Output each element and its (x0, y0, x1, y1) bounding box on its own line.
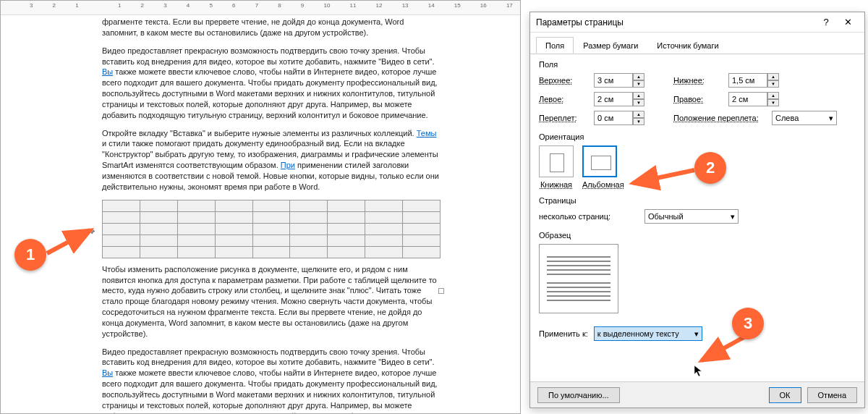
table-resize-handle-icon[interactable] (438, 288, 444, 294)
help-button[interactable]: ? (815, 14, 837, 30)
chevron-down-icon: ▾ (731, 212, 735, 221)
margins-header: Поля (539, 60, 856, 69)
paragraph[interactable]: Видео предоставляет прекрасную возможнос… (102, 347, 441, 414)
dialog-footer: По умолчанию... ОК Отмена (530, 381, 864, 407)
dialog-titlebar[interactable]: Параметры страницы ? ✕ (530, 12, 864, 33)
spin-down-icon[interactable]: ▼ (633, 99, 644, 106)
paragraph[interactable]: Чтобы изменить расположение рисунка в до… (102, 264, 441, 339)
horizontal-ruler[interactable]: 3211234567891011121314151617 (1, 1, 520, 15)
left-margin-label: Левое: (539, 95, 590, 104)
landscape-icon (582, 145, 617, 177)
gutter-position-label: Положение переплета: (673, 114, 767, 122)
apply-to-label: Применить к: (539, 329, 588, 338)
annotation-arrow-1 (43, 224, 101, 262)
preview-section: Образец (539, 231, 856, 313)
cancel-button[interactable]: Отмена (807, 387, 857, 403)
svg-line-3 (633, 170, 694, 183)
tab-paper-size[interactable]: Размер бумаги (574, 37, 647, 54)
spin-up-icon[interactable]: ▲ (767, 92, 779, 99)
paragraph[interactable]: Откройте вкладку "Вставка" и выберите ну… (102, 128, 441, 193)
dialog-tabs: Поля Размер бумаги Источник бумаги (530, 33, 864, 54)
paragraph[interactable]: фрагменте текста. Если вы прервете чтени… (102, 17, 441, 38)
annotation-badge-1: 1 (14, 239, 46, 271)
annotation-arrow-2 (626, 163, 698, 193)
tab-fields[interactable]: Поля (536, 37, 574, 54)
margins-section: Поля Верхнее: ▲▼ Нижнее: ▲▼ Левое: ▲▼ Пр… (539, 60, 856, 125)
right-margin-label: Правое: (673, 95, 724, 104)
preview-header: Образец (539, 231, 856, 240)
spin-down-icon[interactable]: ▼ (633, 118, 644, 125)
preview-thumbnail (539, 244, 618, 313)
hyperlink[interactable]: При (281, 161, 295, 169)
gutter-label: Переплет: (539, 114, 590, 122)
spin-down-icon[interactable]: ▼ (633, 80, 644, 88)
tab-paper-source[interactable]: Источник бумаги (647, 37, 728, 54)
dialog-title: Параметры страницы (536, 17, 815, 28)
top-margin-input[interactable]: ▲▼ (594, 73, 644, 88)
hyperlink[interactable]: Вы (102, 67, 113, 76)
spin-down-icon[interactable]: ▼ (767, 99, 779, 106)
annotation-badge-2: 2 (694, 152, 726, 184)
document-table[interactable] (102, 200, 441, 258)
pages-header: Страницы (539, 196, 856, 205)
annotation-badge-3: 3 (732, 308, 764, 339)
spin-up-icon[interactable]: ▲ (633, 92, 644, 99)
orientation-portrait[interactable]: Книжная (539, 145, 574, 189)
document-body[interactable]: фрагменте текста. Если вы прервете чтени… (37, 17, 506, 414)
dialog-body: Поля Верхнее: ▲▼ Нижнее: ▲▼ Левое: ▲▼ Пр… (530, 54, 864, 347)
ruler-marks: 3211234567891011121314151617 (30, 2, 513, 14)
close-button[interactable]: ✕ (837, 14, 859, 30)
chevron-down-icon: ▾ (829, 114, 833, 123)
orientation-header: Ориентация (539, 132, 856, 141)
spin-up-icon[interactable]: ▲ (767, 73, 779, 80)
svg-marker-6 (694, 366, 702, 376)
gutter-position-combo[interactable]: Слева▾ (772, 111, 837, 125)
svg-line-5 (702, 337, 745, 360)
paragraph[interactable]: Видео предоставляет прекрасную возможнос… (102, 46, 441, 121)
hyperlink[interactable]: Вы (102, 368, 113, 377)
hyperlink[interactable]: Темы (417, 129, 437, 138)
spin-down-icon[interactable]: ▼ (767, 80, 779, 88)
default-button[interactable]: По умолчанию... (537, 387, 620, 403)
spin-up-icon[interactable]: ▲ (633, 73, 644, 80)
mouse-cursor-icon (694, 366, 703, 377)
top-margin-label: Верхнее: (539, 76, 590, 85)
right-margin-input[interactable]: ▲▼ (728, 92, 779, 106)
multiple-pages-label: несколько страниц: (539, 212, 640, 221)
ok-button[interactable]: ОК (769, 387, 801, 403)
apply-to-combo[interactable]: к выделенному тексту ▾ (594, 326, 702, 341)
left-margin-input[interactable]: ▲▼ (594, 92, 644, 106)
orientation-landscape[interactable]: Альбомная (582, 145, 624, 189)
portrait-icon (539, 145, 574, 177)
pages-section: Страницы несколько страниц: Обычный▾ (539, 196, 856, 224)
gutter-input[interactable]: ▲▼ (594, 111, 644, 125)
bottom-margin-input[interactable]: ▲▼ (728, 73, 779, 88)
document-pane: 3211234567891011121314151617 фрагменте т… (0, 0, 521, 414)
bottom-margin-label: Нижнее: (673, 76, 724, 85)
multiple-pages-combo[interactable]: Обычный▾ (644, 209, 739, 224)
spin-up-icon[interactable]: ▲ (633, 111, 644, 118)
svg-line-1 (47, 230, 90, 253)
